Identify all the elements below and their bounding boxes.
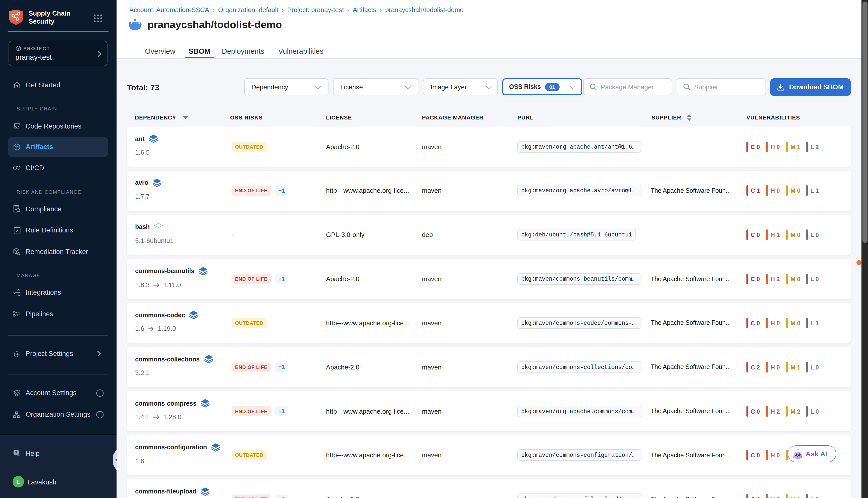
svg-text:?: ? [15, 450, 17, 455]
